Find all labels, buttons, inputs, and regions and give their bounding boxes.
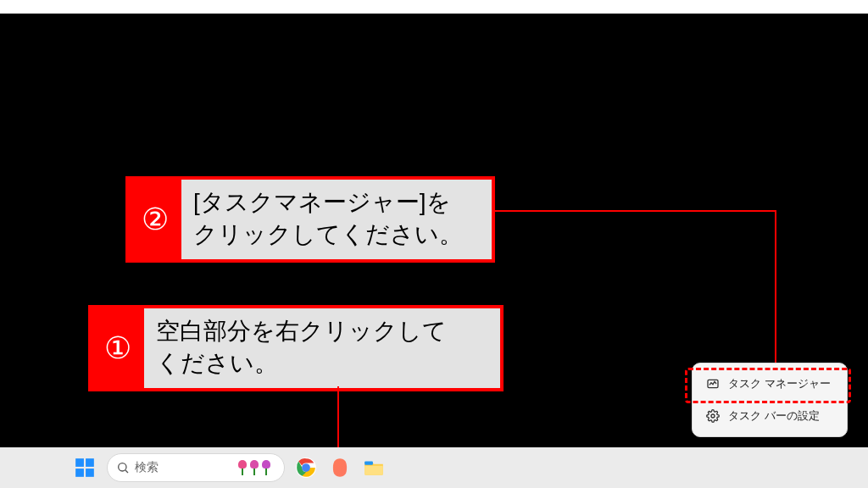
search-placeholder: 検索 xyxy=(135,460,231,475)
search-decoration-icon xyxy=(236,460,272,475)
context-item-label: タスク バーの設定 xyxy=(728,408,820,424)
search-icon xyxy=(116,461,130,474)
gear-icon xyxy=(706,409,720,423)
instruction-callout-2: ② [タスクマネージャー]を クリックしてください。 xyxy=(125,176,495,263)
arrow-segment xyxy=(775,210,776,368)
file-explorer-icon[interactable] xyxy=(361,455,387,480)
taskbar[interactable]: 検索 xyxy=(0,447,868,488)
step-badge-2: ② xyxy=(129,180,181,259)
step-badge-1: ① xyxy=(92,308,144,388)
step-text-1: 空白部分を右クリックして ください。 xyxy=(144,308,462,388)
step-text-2: [タスクマネージャー]を クリックしてください。 xyxy=(181,180,478,259)
svg-rect-2 xyxy=(75,458,84,467)
instruction-callout-1: ① 空白部分を右クリックして ください。 xyxy=(88,305,504,391)
context-item-taskbar-settings[interactable]: タスク バーの設定 xyxy=(698,401,842,431)
svg-rect-11 xyxy=(364,461,373,464)
svg-line-7 xyxy=(125,470,128,473)
chrome-icon[interactable] xyxy=(293,455,319,480)
svg-point-6 xyxy=(119,463,126,471)
copilot-icon[interactable] xyxy=(327,455,353,480)
highlight-task-manager xyxy=(685,368,851,403)
svg-rect-5 xyxy=(86,469,94,477)
search-box[interactable]: 検索 xyxy=(107,453,285,482)
svg-rect-3 xyxy=(86,458,94,467)
svg-rect-12 xyxy=(364,466,383,475)
arrow-segment xyxy=(495,210,776,212)
start-button[interactable] xyxy=(71,454,98,481)
svg-point-1 xyxy=(711,414,715,418)
start-icon xyxy=(74,457,96,479)
svg-rect-4 xyxy=(75,469,84,477)
